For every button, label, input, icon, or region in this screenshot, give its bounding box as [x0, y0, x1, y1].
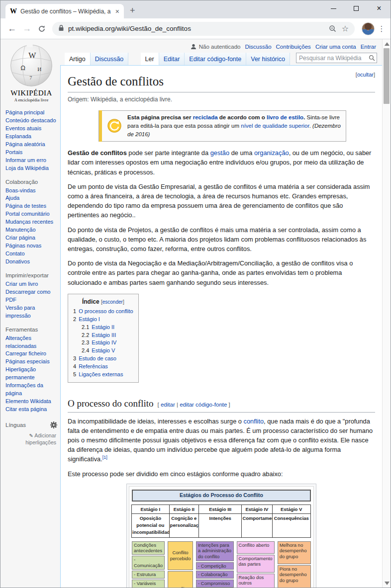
search-icon[interactable]	[369, 55, 375, 61]
sidebar-link[interactable]: Esplanada	[5, 133, 57, 141]
toc-link[interactable]: Estágio I	[79, 316, 100, 322]
forward-button[interactable]: →	[19, 21, 34, 36]
sidebar-link[interactable]: Alterações relacionadas	[5, 335, 57, 350]
sidebar-link[interactable]: Donativos	[5, 258, 57, 266]
inline-link[interactable]: reciclada	[193, 114, 218, 120]
browser-tab[interactable]: W Gestão de conflitos – Wikipédia, a ×	[5, 4, 124, 18]
scroll-down-icon[interactable]	[385, 582, 390, 585]
sidebar-link[interactable]: Boas-vindas	[5, 187, 57, 195]
inline-link[interactable]: organização	[254, 149, 289, 157]
address-bar[interactable]: pt.wikipedia.org/wiki/Gestão_de_conflito…	[52, 22, 355, 36]
personal-link[interactable]: Discussão	[245, 44, 271, 50]
inline-link[interactable]: [1]	[102, 455, 107, 460]
url-text[interactable]: pt.wikipedia.org/wiki/Gestão_de_conflito…	[68, 25, 324, 32]
tab-close-icon[interactable]: ×	[115, 8, 119, 15]
minimize-button[interactable]	[322, 0, 345, 16]
page-tab[interactable]: Discussão	[91, 53, 129, 65]
sidebar-link[interactable]: Descarregar como PDF	[5, 288, 57, 304]
search-box[interactable]	[296, 53, 377, 63]
page-tab[interactable]: Artigo	[65, 53, 91, 65]
logo-wordmark[interactable]: WIKIPÉDIA A enciclopédia livre	[5, 89, 57, 102]
toc-item[interactable]: 3Estudo de caso	[73, 355, 133, 363]
reload-button[interactable]	[34, 21, 49, 36]
gear-icon[interactable]	[50, 421, 57, 428]
sidebar-link[interactable]: Versão para impressão	[5, 304, 57, 320]
sidebar-link[interactable]: Mudanças recentes	[5, 218, 57, 226]
stage-table-figure[interactable]: Estágios do Processo do Conflito Estágio…	[126, 484, 316, 588]
sidebar-link[interactable]: Portal comunitário	[5, 210, 57, 218]
zoom-out-icon[interactable]	[329, 25, 337, 33]
inline-link[interactable]: editar	[161, 402, 175, 408]
sidebar-link[interactable]: Informações da página	[5, 382, 57, 398]
sidebar-link[interactable]: Páginas especiais	[5, 358, 57, 366]
personal-link[interactable]: Contribuições	[276, 44, 311, 50]
toc-link[interactable]: Estágio V	[92, 347, 115, 353]
browser-menu-icon[interactable]: ⋮	[377, 24, 387, 33]
sidebar-link[interactable]: Eventos atuais	[5, 125, 57, 133]
inline-link[interactable]: livro de estilo	[267, 114, 303, 120]
personal-link[interactable]: Criar uma conta	[315, 44, 356, 50]
inline-link[interactable]: ocultar	[357, 72, 374, 78]
toc-link[interactable]: Estágio IV	[92, 339, 116, 345]
sidebar-link[interactable]: Criar página	[5, 234, 57, 242]
page-tab[interactable]: Editar	[159, 53, 185, 65]
toc-item[interactable]: 2.2Estágio III	[73, 332, 133, 339]
sidebar-link[interactable]: Contato	[5, 250, 57, 258]
toc-link[interactable]: Estudo de caso	[79, 355, 116, 361]
sidebar-link[interactable]: Criar um livro	[5, 280, 57, 288]
personal-link[interactable]: Entrar	[361, 44, 376, 50]
toc-item[interactable]: 2.4Estágio V	[73, 347, 133, 355]
toc-toggle[interactable]: [esconder]	[101, 299, 124, 305]
toc-item[interactable]: 2.1Estágio II	[73, 324, 133, 332]
sidebar-link[interactable]: Loja da Wikipédia	[5, 165, 57, 172]
sidebar-link[interactable]: Citar esta página	[5, 406, 57, 414]
sidebar-link[interactable]: Portais	[5, 149, 57, 157]
add-interlanguage-links[interactable]: ✎ Adicionar hiperligações	[5, 432, 57, 446]
lock-icon[interactable]	[58, 24, 64, 33]
toc-item[interactable]: 5Ligações externas	[73, 371, 133, 379]
back-button[interactable]: ←	[4, 21, 19, 36]
page-title: Gestão de conflitos	[68, 72, 375, 92]
sidebar-link[interactable]: Hiperligação permanente	[5, 366, 57, 382]
edit-section-links[interactable]: [ editar | editar código-fonte ]	[158, 402, 230, 408]
wikipedia-globe-logo[interactable]: W Ω И 7	[8, 41, 55, 88]
toc-item[interactable]: 1O processo do conflito	[73, 308, 133, 316]
page-tab[interactable]: Ler	[141, 53, 159, 65]
page-scrollbar[interactable]	[382, 39, 391, 588]
stage-subheader-cell: Consequências	[272, 513, 311, 538]
close-button[interactable]: ×	[368, 0, 391, 16]
sidebar-link[interactable]: Página de testes	[5, 202, 57, 210]
sidebar-link[interactable]: Ajuda	[5, 194, 57, 202]
bookmark-star-icon[interactable]: ☆	[342, 24, 349, 33]
toc-link[interactable]: Estágio III	[92, 332, 116, 338]
scroll-up-icon[interactable]	[385, 42, 390, 46]
sidebar-link[interactable]: Manutenção	[5, 226, 57, 234]
toc-link[interactable]: Referências	[79, 363, 108, 369]
sidebar-link[interactable]: Conteúdo destacado	[5, 117, 57, 125]
toc-link[interactable]: Ligações externas	[79, 371, 123, 377]
inline-link[interactable]: esconder	[102, 299, 123, 305]
inline-link[interactable]: editar código-fonte	[180, 402, 227, 408]
sidebar-link[interactable]: Páginas novas	[5, 242, 57, 250]
hide-toggle[interactable]: [ocultar]	[356, 71, 375, 79]
sidebar-link[interactable]: Página aleatória	[5, 141, 57, 149]
profile-avatar[interactable]	[362, 22, 375, 35]
inline-link[interactable]: nível de qualidade superior	[241, 123, 309, 129]
new-tab-button[interactable]: +	[130, 6, 135, 15]
toc-link[interactable]: Estágio II	[92, 324, 114, 330]
sidebar-link[interactable]: Elemento Wikidata	[5, 398, 57, 406]
page-tab[interactable]: Ver histórico	[246, 53, 290, 65]
page-tab[interactable]: Editar código-fonte	[185, 53, 246, 65]
toc-item[interactable]: 4Referências	[73, 363, 133, 371]
sidebar-link[interactable]: Informar um erro	[5, 157, 57, 165]
inline-link[interactable]: conflito	[244, 418, 264, 425]
toc-link[interactable]: O processo do conflito	[79, 308, 133, 314]
search-input[interactable]	[299, 55, 369, 62]
scrollbar-thumb[interactable]	[384, 48, 390, 104]
sidebar-link[interactable]: Carregar ficheiro	[5, 350, 57, 358]
maximize-button[interactable]	[345, 0, 368, 16]
inline-link[interactable]: gestão	[210, 149, 229, 157]
toc-item[interactable]: 2Estágio I	[73, 316, 133, 324]
toc-item[interactable]: 2.3Estágio IV	[73, 339, 133, 347]
sidebar-link[interactable]: Página principal	[5, 109, 57, 117]
